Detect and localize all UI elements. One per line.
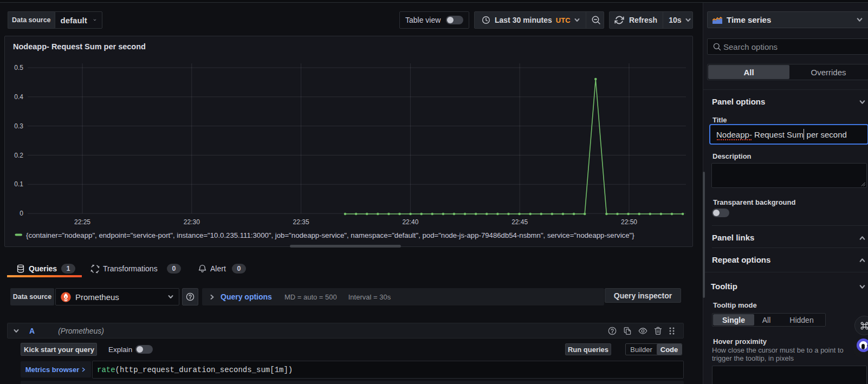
svg-text:0.3: 0.3 — [14, 122, 23, 130]
svg-text:22:50: 22:50 — [621, 218, 637, 226]
svg-text:0.1: 0.1 — [14, 180, 23, 188]
svg-text:0.5: 0.5 — [14, 64, 23, 71]
svg-text:0.2: 0.2 — [14, 152, 23, 159]
svg-text:22:25: 22:25 — [74, 218, 90, 226]
svg-text:22:35: 22:35 — [293, 218, 309, 226]
svg-text:0.4: 0.4 — [14, 93, 23, 101]
svg-text:22:40: 22:40 — [402, 218, 418, 226]
svg-text:22:30: 22:30 — [184, 218, 200, 226]
svg-text:0: 0 — [20, 210, 23, 217]
svg-text:22:45: 22:45 — [511, 218, 528, 226]
